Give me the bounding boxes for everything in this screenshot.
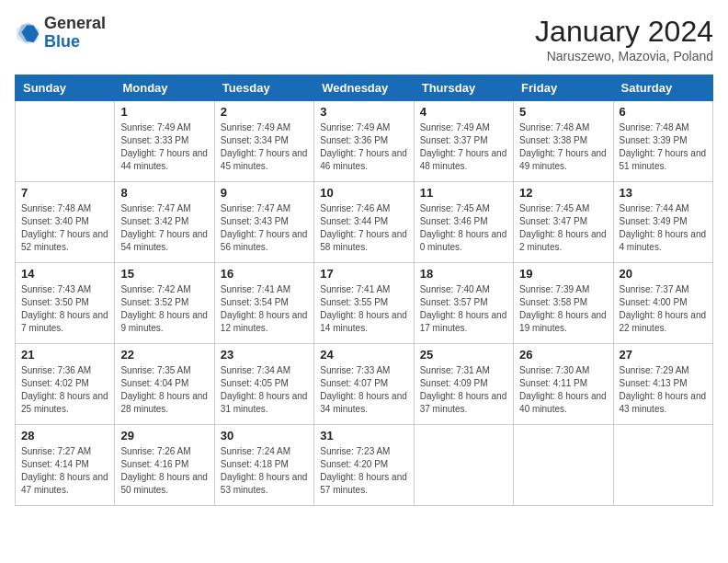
day-info: Sunrise: 7:49 AMSunset: 3:37 PMDaylight:…: [420, 121, 507, 173]
calendar-cell: 8Sunrise: 7:47 AMSunset: 3:42 PMDaylight…: [115, 182, 214, 263]
week-row-1: 1Sunrise: 7:49 AMSunset: 3:33 PMDaylight…: [16, 101, 713, 182]
logo-general: General: [44, 15, 106, 33]
calendar-cell: 14Sunrise: 7:43 AMSunset: 3:50 PMDayligh…: [16, 263, 115, 344]
day-number: 12: [519, 186, 607, 200]
day-info: Sunrise: 7:45 AMSunset: 3:47 PMDaylight:…: [519, 202, 607, 254]
calendar-header-row: SundayMondayTuesdayWednesdayThursdayFrid…: [16, 75, 713, 101]
day-number: 27: [620, 348, 707, 362]
calendar-cell: 11Sunrise: 7:45 AMSunset: 3:46 PMDayligh…: [414, 182, 513, 263]
logo-icon: [15, 20, 40, 46]
day-number: 8: [120, 186, 208, 200]
day-info: Sunrise: 7:48 AMSunset: 3:38 PMDaylight:…: [519, 121, 607, 173]
day-header-wednesday: Wednesday: [314, 75, 414, 101]
calendar-cell: 26Sunrise: 7:30 AMSunset: 4:11 PMDayligh…: [514, 344, 613, 425]
day-number: 1: [120, 105, 208, 119]
logo: General Blue: [15, 15, 106, 52]
day-number: 30: [221, 429, 308, 442]
day-number: 18: [420, 267, 507, 281]
calendar-cell: 9Sunrise: 7:47 AMSunset: 3:43 PMDaylight…: [214, 182, 313, 263]
day-info: Sunrise: 7:49 AMSunset: 3:34 PMDaylight:…: [221, 121, 308, 173]
calendar-cell: 30Sunrise: 7:24 AMSunset: 4:18 PMDayligh…: [214, 425, 313, 506]
calendar-cell: 5Sunrise: 7:48 AMSunset: 3:38 PMDaylight…: [514, 101, 613, 182]
day-info: Sunrise: 7:49 AMSunset: 3:33 PMDaylight:…: [120, 121, 208, 173]
calendar-cell: 3Sunrise: 7:49 AMSunset: 3:36 PMDaylight…: [314, 101, 414, 182]
day-info: Sunrise: 7:26 AMSunset: 4:16 PMDaylight:…: [120, 445, 208, 497]
calendar-cell: 6Sunrise: 7:48 AMSunset: 3:39 PMDaylight…: [613, 101, 712, 182]
day-info: Sunrise: 7:42 AMSunset: 3:52 PMDaylight:…: [120, 283, 208, 335]
calendar-cell: 20Sunrise: 7:37 AMSunset: 4:00 PMDayligh…: [613, 263, 712, 344]
day-number: 19: [519, 267, 607, 281]
day-info: Sunrise: 7:35 AMSunset: 4:04 PMDaylight:…: [120, 364, 208, 416]
day-info: Sunrise: 7:40 AMSunset: 3:57 PMDaylight:…: [420, 283, 507, 335]
day-header-sunday: Sunday: [16, 75, 115, 101]
day-info: Sunrise: 7:24 AMSunset: 4:18 PMDaylight:…: [221, 445, 308, 497]
day-info: Sunrise: 7:37 AMSunset: 4:00 PMDaylight:…: [620, 283, 707, 335]
day-info: Sunrise: 7:23 AMSunset: 4:20 PMDaylight:…: [320, 445, 407, 497]
calendar-cell: 16Sunrise: 7:41 AMSunset: 3:54 PMDayligh…: [214, 263, 313, 344]
calendar-table: SundayMondayTuesdayWednesdayThursdayFrid…: [15, 75, 713, 506]
day-number: 22: [120, 348, 208, 362]
week-row-3: 14Sunrise: 7:43 AMSunset: 3:50 PMDayligh…: [16, 263, 713, 344]
calendar-cell: 17Sunrise: 7:41 AMSunset: 3:55 PMDayligh…: [314, 263, 414, 344]
day-info: Sunrise: 7:48 AMSunset: 3:39 PMDaylight:…: [620, 121, 707, 173]
day-info: Sunrise: 7:36 AMSunset: 4:02 PMDaylight:…: [21, 364, 108, 416]
day-info: Sunrise: 7:30 AMSunset: 4:11 PMDaylight:…: [519, 364, 607, 416]
day-number: 15: [120, 267, 208, 281]
day-number: 7: [21, 186, 108, 200]
day-header-tuesday: Tuesday: [214, 75, 313, 101]
calendar-cell: 24Sunrise: 7:33 AMSunset: 4:07 PMDayligh…: [314, 344, 414, 425]
calendar-cell: 7Sunrise: 7:48 AMSunset: 3:40 PMDaylight…: [16, 182, 115, 263]
calendar-cell: 13Sunrise: 7:44 AMSunset: 3:49 PMDayligh…: [613, 182, 712, 263]
calendar-cell: [613, 425, 712, 506]
calendar-cell: 10Sunrise: 7:46 AMSunset: 3:44 PMDayligh…: [314, 182, 414, 263]
calendar-cell: 18Sunrise: 7:40 AMSunset: 3:57 PMDayligh…: [414, 263, 513, 344]
day-number: 13: [620, 186, 707, 200]
day-info: Sunrise: 7:49 AMSunset: 3:36 PMDaylight:…: [320, 121, 407, 173]
day-number: 25: [420, 348, 507, 362]
day-header-monday: Monday: [115, 75, 214, 101]
logo-blue: Blue: [44, 33, 106, 52]
logo-text: General Blue: [44, 15, 106, 52]
calendar-cell: [514, 425, 613, 506]
calendar-cell: 21Sunrise: 7:36 AMSunset: 4:02 PMDayligh…: [16, 344, 115, 425]
calendar-cell: 22Sunrise: 7:35 AMSunset: 4:04 PMDayligh…: [115, 344, 214, 425]
day-number: 16: [221, 267, 308, 281]
day-number: 3: [320, 105, 407, 119]
week-row-2: 7Sunrise: 7:48 AMSunset: 3:40 PMDaylight…: [16, 182, 713, 263]
day-info: Sunrise: 7:48 AMSunset: 3:40 PMDaylight:…: [21, 202, 108, 254]
week-row-4: 21Sunrise: 7:36 AMSunset: 4:02 PMDayligh…: [16, 344, 713, 425]
day-info: Sunrise: 7:29 AMSunset: 4:13 PMDaylight:…: [620, 364, 707, 416]
day-number: 6: [620, 105, 707, 119]
day-info: Sunrise: 7:47 AMSunset: 3:42 PMDaylight:…: [120, 202, 208, 254]
day-number: 11: [420, 186, 507, 200]
day-number: 17: [320, 267, 407, 281]
day-number: 2: [221, 105, 308, 119]
day-info: Sunrise: 7:31 AMSunset: 4:09 PMDaylight:…: [420, 364, 507, 416]
calendar-cell: 31Sunrise: 7:23 AMSunset: 4:20 PMDayligh…: [314, 425, 414, 506]
day-info: Sunrise: 7:43 AMSunset: 3:50 PMDaylight:…: [21, 283, 108, 335]
calendar-cell: 25Sunrise: 7:31 AMSunset: 4:09 PMDayligh…: [414, 344, 513, 425]
calendar-cell: 1Sunrise: 7:49 AMSunset: 3:33 PMDaylight…: [115, 101, 214, 182]
day-number: 28: [21, 429, 108, 442]
day-number: 9: [221, 186, 308, 200]
day-number: 24: [320, 348, 407, 362]
calendar-cell: 27Sunrise: 7:29 AMSunset: 4:13 PMDayligh…: [613, 344, 712, 425]
location: Naruszewo, Mazovia, Poland: [535, 49, 713, 63]
day-number: 20: [620, 267, 707, 281]
calendar-cell: 12Sunrise: 7:45 AMSunset: 3:47 PMDayligh…: [514, 182, 613, 263]
calendar-cell: [414, 425, 513, 506]
day-number: 10: [320, 186, 407, 200]
day-info: Sunrise: 7:39 AMSunset: 3:58 PMDaylight:…: [519, 283, 607, 335]
month-title: January 2024: [535, 15, 713, 49]
day-number: 31: [320, 429, 407, 442]
day-number: 29: [120, 429, 208, 442]
calendar-cell: 19Sunrise: 7:39 AMSunset: 3:58 PMDayligh…: [514, 263, 613, 344]
title-block: January 2024 Naruszewo, Mazovia, Poland: [535, 15, 713, 63]
day-number: 23: [221, 348, 308, 362]
day-header-thursday: Thursday: [414, 75, 513, 101]
calendar-cell: 4Sunrise: 7:49 AMSunset: 3:37 PMDaylight…: [414, 101, 513, 182]
day-number: 4: [420, 105, 507, 119]
calendar-cell: 23Sunrise: 7:34 AMSunset: 4:05 PMDayligh…: [214, 344, 313, 425]
calendar-cell: 2Sunrise: 7:49 AMSunset: 3:34 PMDaylight…: [214, 101, 313, 182]
calendar-cell: 28Sunrise: 7:27 AMSunset: 4:14 PMDayligh…: [16, 425, 115, 506]
